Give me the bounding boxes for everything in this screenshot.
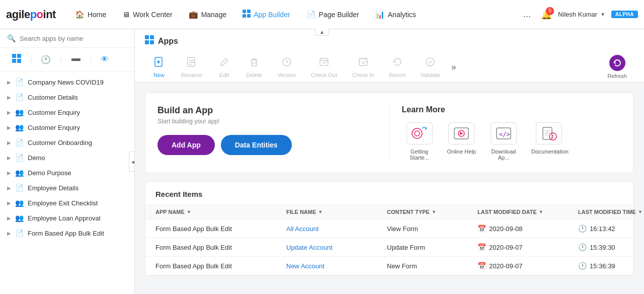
new-icon [153, 56, 165, 70]
toolbar-delete-button[interactable]: Delete [239, 53, 270, 81]
svg-rect-4 [12, 54, 16, 58]
user-chevron-icon: ▼ [600, 12, 605, 17]
group-icon: 👥 [15, 214, 24, 222]
more-button[interactable]: ... [519, 7, 535, 22]
cell-last-modified-time: 🕐 15:39:30 [578, 243, 644, 251]
main-content: Apps New [135, 29, 644, 294]
nav-workcenter[interactable]: 🖥 Work Center [115, 6, 179, 23]
sidebar-item-employee-loan-approval[interactable]: ▶ 👥 Employee Loan Approval [0, 210, 134, 226]
file-name-link[interactable]: Update Account [286, 244, 333, 251]
sidebar-divider: | [30, 56, 32, 63]
sidebar-item-form-based-app-bulk-edit[interactable]: ▶ 📄 Form Based App Bulk Edit [0, 226, 134, 241]
sidebar-item-customer-details[interactable]: ▶ 📄 Customer Details [0, 90, 134, 105]
svg-rect-0 [243, 10, 246, 13]
learn-items: Getting Starte... Online Help [402, 122, 622, 161]
validate-icon [425, 56, 436, 70]
page-icon: 📄 [306, 10, 316, 19]
clock-icon: 🕐 [578, 225, 587, 233]
sidebar-collapse-button[interactable]: ◀ [129, 152, 135, 172]
sidebar-eye-button[interactable]: 👁 [96, 53, 114, 66]
toolbar-checkin-button[interactable]: Check In [345, 53, 381, 81]
refresh-icon [609, 55, 625, 71]
svg-rect-11 [150, 40, 154, 44]
svg-rect-8 [145, 35, 149, 39]
sidebar-clock-button[interactable]: 🕐 [36, 53, 56, 66]
sidebar-item-customer-enquiry-2[interactable]: ▶ 👥 Customer Enquiry [0, 120, 134, 135]
col-content-type[interactable]: CONTENT TYPE ▼ [387, 209, 477, 215]
nav-pagebuilder[interactable]: 📄 Page Builder [299, 6, 366, 23]
svg-rect-15 [188, 57, 195, 66]
sidebar-item-customer-onboarding[interactable]: ▶ 📄 Customer Onboarding [0, 135, 134, 150]
sort-icon: ▼ [432, 209, 436, 214]
svg-rect-19 [252, 60, 257, 66]
svg-rect-2 [243, 14, 246, 18]
logo[interactable]: agilepoint [6, 8, 56, 21]
build-left: Build an App Start building your app! Ad… [157, 105, 390, 161]
nav-manage[interactable]: 💼 Manage [182, 6, 234, 23]
home-icon: 🏠 [75, 10, 85, 19]
toolbar-edit-button[interactable]: Edit [210, 53, 238, 81]
search-bar: 🔍 [0, 29, 134, 48]
sidebar-minus-button[interactable]: ➖ [66, 53, 86, 66]
build-title: Build an App [157, 105, 377, 116]
file-name-link[interactable]: New Account [286, 262, 325, 270]
search-input[interactable] [20, 35, 127, 42]
sidebar: 🔍 | 🕐 | ➖ | 👁 ▶ 📄 Company [0, 29, 135, 294]
table-row: Form Based App Bulk Edit Update Account … [145, 238, 633, 257]
toolbar-new-button[interactable]: New [145, 53, 173, 81]
grid-icon [243, 10, 251, 19]
toolbar-rename-button[interactable]: Rename [174, 53, 209, 81]
toolbar-more-button[interactable]: » [448, 59, 459, 76]
expand-icon: ▶ [7, 110, 11, 115]
monitor-icon: 🖥 [122, 10, 130, 19]
col-file-name[interactable]: FILE NAME ▼ [286, 209, 387, 215]
download-app-label: Download Ap... [486, 149, 521, 161]
sort-icon: ▼ [638, 209, 642, 214]
learn-item-download-app[interactable]: </> Download Ap... [486, 122, 521, 161]
sidebar-item-company-news[interactable]: ▶ 📄 Company News COVID19 [0, 75, 134, 90]
table-row: Form Based App Bulk Edit All Account Vie… [145, 219, 633, 238]
add-app-button[interactable]: Add App [157, 135, 215, 155]
checkin-icon [358, 56, 369, 70]
cell-last-modified-time: 🕐 16:13:42 [578, 225, 644, 233]
sidebar-list: ▶ 📄 Company News COVID19 ▶ 📄 Customer De… [0, 71, 134, 294]
toolbar-checkout-button[interactable]: Check Out [304, 53, 344, 81]
sidebar-divider-3: | [90, 56, 92, 63]
svg-line-30 [422, 127, 425, 128]
content-area: Build an App Start building your app! Ad… [135, 83, 644, 294]
sidebar-icon-bar: | 🕐 | ➖ | 👁 [0, 48, 134, 71]
col-last-modified-date[interactable]: LAST MODIFIED DATE ▼ [477, 209, 578, 215]
sidebar-grid-view-button[interactable] [7, 52, 26, 67]
sidebar-item-customer-enquiry-1[interactable]: ▶ 👥 Customer Enquiry [0, 105, 134, 120]
sidebar-item-employee-exit-checklist[interactable]: ▶ 👥 Employee Exit Checklist [0, 195, 134, 210]
checkout-icon [318, 56, 330, 70]
notification-button[interactable]: 🔔 0 [541, 9, 552, 20]
col-last-modified-time[interactable]: LAST MODIFIED TIME ▼ [578, 209, 644, 215]
toolbar-revert-button[interactable]: Revert [382, 53, 412, 81]
expand-icon: ▶ [7, 95, 11, 100]
getting-started-label: Getting Starte... [402, 149, 437, 161]
nav-home[interactable]: 🏠 Home [68, 6, 113, 23]
sidebar-item-demo-purpose[interactable]: ▶ 👥 Demo Purpose [0, 165, 134, 180]
file-name-link[interactable]: All Account [286, 225, 318, 233]
expand-icon: ▶ [7, 125, 11, 130]
learn-item-documentation[interactable]: Documentation [531, 122, 567, 161]
nav-analytics[interactable]: 📊 Analytics [368, 6, 423, 23]
toolbar-validate-button[interactable]: Validate [414, 53, 447, 81]
learn-item-getting-started[interactable]: Getting Starte... [402, 122, 437, 161]
collapse-nav-button[interactable]: ▲ [315, 29, 329, 36]
toolbar-refresh-button[interactable]: Refresh [600, 52, 634, 82]
svg-rect-9 [150, 35, 154, 39]
expand-icon: ▶ [7, 140, 11, 145]
toolbar-version-button[interactable]: Version [270, 53, 303, 81]
learn-item-online-help[interactable]: Online Help [447, 122, 476, 161]
cell-content-type: New Form [387, 262, 477, 270]
user-menu[interactable]: Nilesh Kumar ▼ [558, 11, 605, 18]
cell-file-name: New Account [286, 262, 387, 270]
expand-icon: ▶ [7, 80, 11, 85]
nav-appbuilder[interactable]: App Builder [235, 6, 297, 23]
sidebar-item-employee-details[interactable]: ▶ 📄 Employee Details [0, 180, 134, 195]
sidebar-item-demo[interactable]: ▶ 📄 Demo [0, 150, 134, 165]
col-app-name[interactable]: APP NAME ▼ [155, 209, 286, 215]
data-entities-button[interactable]: Data Entities [221, 135, 292, 155]
